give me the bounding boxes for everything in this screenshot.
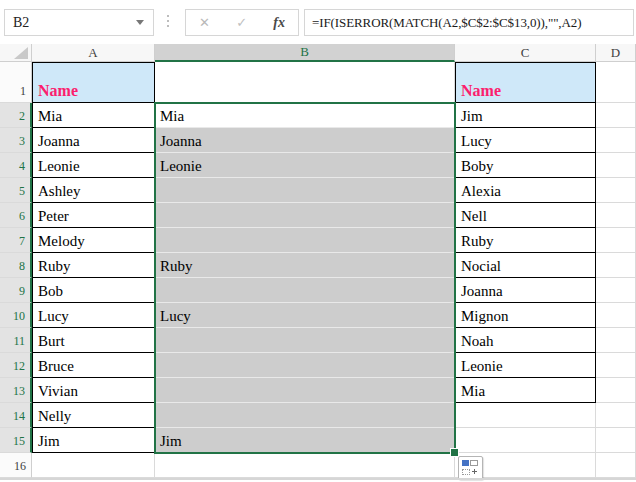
cell-D12[interactable] bbox=[596, 353, 636, 378]
cell-D13[interactable] bbox=[596, 378, 636, 403]
cell-C14[interactable] bbox=[455, 403, 596, 428]
cell-C10[interactable]: Mignon bbox=[455, 303, 596, 328]
formula-input[interactable]: =IF(ISERROR(MATCH(A2,$C$2:$C$13,0)),"",A… bbox=[304, 9, 634, 36]
cell-D10[interactable] bbox=[596, 303, 636, 328]
cell-B16[interactable] bbox=[155, 453, 455, 478]
select-all-corner[interactable] bbox=[0, 44, 32, 62]
cell-D8[interactable] bbox=[596, 253, 636, 278]
cell-A1[interactable]: Name bbox=[32, 62, 155, 103]
cell-C12[interactable]: Leonie bbox=[455, 353, 596, 378]
cell-B6[interactable] bbox=[155, 203, 455, 228]
name-box[interactable]: B2 bbox=[4, 9, 154, 36]
cell-A8[interactable]: Ruby bbox=[32, 253, 155, 278]
cell-D2[interactable] bbox=[596, 103, 636, 128]
column-headers: A B C D bbox=[0, 44, 636, 62]
sheet-row-14: 14Nelly bbox=[0, 403, 636, 428]
cell-B14[interactable] bbox=[155, 403, 455, 428]
cell-A15[interactable]: Jim bbox=[32, 428, 155, 453]
column-header-d[interactable]: D bbox=[596, 44, 636, 62]
cell-A10[interactable]: Lucy bbox=[32, 303, 155, 328]
cell-A14[interactable]: Nelly bbox=[32, 403, 155, 428]
row-header-15[interactable]: 15 bbox=[0, 428, 32, 453]
cell-B10[interactable]: Lucy bbox=[155, 303, 455, 328]
cell-C7[interactable]: Ruby bbox=[455, 228, 596, 253]
cell-B1[interactable] bbox=[155, 62, 455, 103]
row-header-7[interactable]: 7 bbox=[0, 228, 32, 253]
row-header-13[interactable]: 13 bbox=[0, 378, 32, 403]
cell-A5[interactable]: Ashley bbox=[32, 178, 155, 203]
cell-A6[interactable]: Peter bbox=[32, 203, 155, 228]
cell-C1[interactable]: Name bbox=[455, 62, 596, 103]
cell-C5[interactable]: Alexia bbox=[455, 178, 596, 203]
cell-B7[interactable] bbox=[155, 228, 455, 253]
column-header-c[interactable]: C bbox=[455, 44, 596, 62]
sheet-bottom-edge bbox=[0, 478, 636, 480]
cell-B9[interactable] bbox=[155, 278, 455, 303]
row-header-9[interactable]: 9 bbox=[0, 278, 32, 303]
cell-B12[interactable] bbox=[155, 353, 455, 378]
cell-B15[interactable]: Jim bbox=[155, 428, 455, 453]
cell-D16[interactable] bbox=[596, 453, 636, 478]
cell-C15[interactable] bbox=[455, 428, 596, 453]
row-header-12[interactable]: 12 bbox=[0, 353, 32, 378]
cell-B2[interactable]: Mia bbox=[155, 103, 455, 128]
cell-A16[interactable] bbox=[32, 453, 155, 478]
row-header-4[interactable]: 4 bbox=[0, 153, 32, 178]
row-header-6[interactable]: 6 bbox=[0, 203, 32, 228]
cell-D7[interactable] bbox=[596, 228, 636, 253]
cell-C9[interactable]: Joanna bbox=[455, 278, 596, 303]
cell-A11[interactable]: Burt bbox=[32, 328, 155, 353]
cell-B3[interactable]: Joanna bbox=[155, 128, 455, 153]
cell-C3[interactable]: Lucy bbox=[455, 128, 596, 153]
cell-D4[interactable] bbox=[596, 153, 636, 178]
enter-icon[interactable]: ✓ bbox=[236, 15, 247, 30]
cell-A13[interactable]: Vivian bbox=[32, 378, 155, 403]
row-header-5[interactable]: 5 bbox=[0, 178, 32, 203]
cell-C6[interactable]: Nell bbox=[455, 203, 596, 228]
cancel-icon[interactable]: ✕ bbox=[199, 15, 210, 30]
cell-C13[interactable]: Mia bbox=[455, 378, 596, 403]
column-header-b[interactable]: B bbox=[155, 44, 455, 62]
sheet-row-1: 1NameName bbox=[0, 62, 636, 103]
cell-B8[interactable]: Ruby bbox=[155, 253, 455, 278]
row-header-14[interactable]: 14 bbox=[0, 403, 32, 428]
row-header-16[interactable]: 16 bbox=[0, 453, 32, 478]
row-header-1[interactable]: 1 bbox=[0, 62, 32, 103]
cell-C4[interactable]: Boby bbox=[455, 153, 596, 178]
cell-D3[interactable] bbox=[596, 128, 636, 153]
worksheet: A B C D 1NameName2MiaMiaJim3JoannaJoanna… bbox=[0, 44, 636, 478]
name-box-dropdown-icon[interactable] bbox=[136, 20, 144, 25]
cell-D11[interactable] bbox=[596, 328, 636, 353]
formula-text: =IF(ISERROR(MATCH(A2,$C$2:$C$13,0)),"",A… bbox=[305, 15, 581, 31]
cell-A9[interactable]: Bob bbox=[32, 278, 155, 303]
cell-D15[interactable] bbox=[596, 428, 636, 453]
row-header-10[interactable]: 10 bbox=[0, 303, 32, 328]
row-header-3[interactable]: 3 bbox=[0, 128, 32, 153]
cell-D9[interactable] bbox=[596, 278, 636, 303]
cell-D14[interactable] bbox=[596, 403, 636, 428]
insert-function-icon[interactable]: fx bbox=[273, 15, 285, 31]
cell-D6[interactable] bbox=[596, 203, 636, 228]
cell-B5[interactable] bbox=[155, 178, 455, 203]
cell-C11[interactable]: Noah bbox=[455, 328, 596, 353]
cell-D1[interactable] bbox=[596, 62, 636, 103]
cell-B11[interactable] bbox=[155, 328, 455, 353]
cell-A3[interactable]: Joanna bbox=[32, 128, 155, 153]
cell-A12[interactable]: Bruce bbox=[32, 353, 155, 378]
cell-A2[interactable]: Mia bbox=[32, 103, 155, 128]
cell-B4[interactable]: Leonie bbox=[155, 153, 455, 178]
column-header-a[interactable]: A bbox=[32, 44, 155, 62]
cell-D5[interactable] bbox=[596, 178, 636, 203]
row-header-8[interactable]: 8 bbox=[0, 253, 32, 278]
cell-A4[interactable]: Leonie bbox=[32, 153, 155, 178]
sheet-row-9: 9BobJoanna bbox=[0, 278, 636, 303]
auto-fill-options-button[interactable] bbox=[458, 456, 483, 480]
cell-C2[interactable]: Jim bbox=[455, 103, 596, 128]
cell-B13[interactable] bbox=[155, 378, 455, 403]
cell-A7[interactable]: Melody bbox=[32, 228, 155, 253]
row-header-2[interactable]: 2 bbox=[0, 103, 32, 128]
cell-C8[interactable]: Nocial bbox=[455, 253, 596, 278]
formula-bar-buttons: ✕ ✓ fx bbox=[185, 9, 299, 36]
row-header-11[interactable]: 11 bbox=[0, 328, 32, 353]
sheet-row-6: 6PeterNell bbox=[0, 203, 636, 228]
